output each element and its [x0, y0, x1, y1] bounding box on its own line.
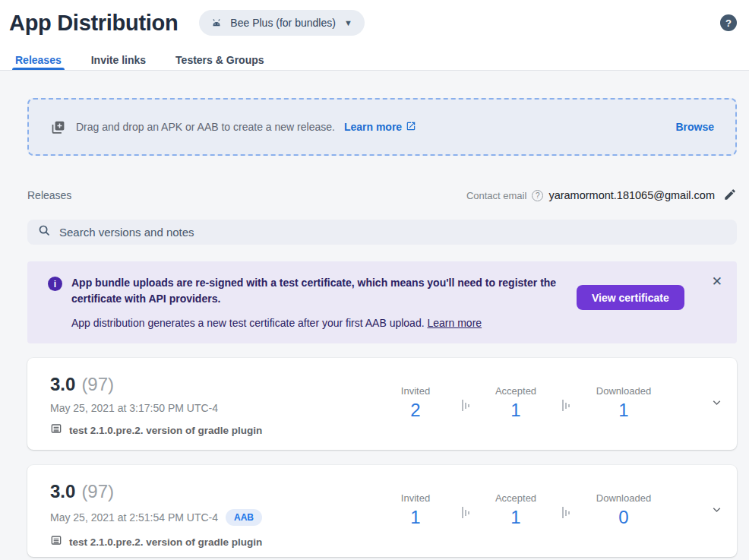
- contact-email-label: Contact email: [466, 190, 526, 201]
- release-date: May 25, 2021 at 2:51:54 PM UTC-4: [50, 511, 218, 524]
- help-outline-icon[interactable]: ?: [532, 190, 543, 201]
- search-input[interactable]: [59, 226, 726, 239]
- tab-bar: Releases Invite links Testers & Groups: [0, 46, 749, 71]
- release-date: May 25, 2021 at 3:17:50 PM UTC-4: [50, 402, 218, 414]
- stat-label: Invited: [381, 492, 450, 504]
- library-add-icon: [50, 119, 66, 135]
- tab-testers-groups[interactable]: Testers & Groups: [172, 46, 267, 70]
- stat-value: 1: [381, 507, 450, 528]
- contact-email-row: Contact email ? yaramormont.181065@gmail…: [466, 188, 737, 204]
- stat-label: Downloaded: [582, 385, 665, 397]
- stat-value: 2: [381, 400, 450, 421]
- dropzone-text: Drag and drop an APK or AAB to create a …: [76, 121, 335, 133]
- release-stats: Invited 1 Accepted 1 Downloaded 0: [381, 492, 665, 528]
- caret-down-icon: ▼: [344, 18, 352, 27]
- release-notes-text: test 2.1.0.pre.2. version of gradle plug…: [69, 536, 262, 548]
- release-version: 3.0: [50, 374, 75, 395]
- search-bar: [27, 220, 737, 245]
- stat-accepted: Accepted 1: [482, 492, 550, 528]
- page-header: App Distribution Bee Plus (for bundles) …: [0, 0, 749, 71]
- stat-label: Downloaded: [582, 492, 665, 504]
- info-icon: i: [48, 277, 62, 291]
- funnel-step-icon: [462, 400, 469, 411]
- release-build-number: (97): [81, 374, 114, 395]
- help-icon[interactable]: ?: [720, 14, 737, 31]
- stat-accepted: Accepted 1: [482, 385, 550, 421]
- banner-body-text: App distribution generates a new test ce…: [71, 317, 425, 329]
- tab-releases[interactable]: Releases: [12, 46, 65, 70]
- close-icon[interactable]: ✕: [709, 272, 725, 291]
- stat-invited: Invited 1: [381, 492, 450, 528]
- funnel-step-icon: [562, 507, 570, 518]
- search-icon: [38, 224, 51, 240]
- view-certificate-button[interactable]: View certificate: [577, 285, 684, 310]
- pencil-icon: [723, 188, 737, 204]
- expand-release-button[interactable]: [710, 503, 723, 518]
- release-notes-icon: [50, 422, 62, 438]
- stat-invited: Invited 2: [381, 385, 450, 421]
- stat-value: 1: [482, 400, 550, 421]
- app-selector-label: Bee Plus (for bundles): [230, 17, 336, 29]
- stat-label: Accepted: [482, 385, 550, 397]
- banner-bold-text: App bundle uploads are re-signed with a …: [71, 275, 564, 307]
- external-link-icon: [406, 121, 416, 134]
- chevron-down-icon: [710, 503, 723, 518]
- release-card: 3.0 (97) May 25, 2021 at 3:17:50 PM UTC-…: [27, 358, 737, 450]
- browse-button[interactable]: Browse: [675, 121, 714, 133]
- funnel-step-icon: [462, 507, 469, 518]
- page-title: App Distribution: [9, 11, 178, 36]
- aab-badge: AAB: [226, 509, 262, 526]
- app-selector-dropdown[interactable]: Bee Plus (for bundles) ▼: [199, 10, 364, 36]
- release-notes-icon: [50, 534, 62, 549]
- funnel-step-icon: [562, 400, 570, 411]
- release-version: 3.0: [50, 481, 75, 502]
- android-icon: [210, 16, 223, 30]
- stat-value: 0: [582, 507, 665, 528]
- stat-label: Accepted: [482, 492, 550, 504]
- contact-email-value: yaramormont.181065@gmail.com: [548, 189, 715, 201]
- release-build-number: (97): [81, 481, 114, 502]
- stat-downloaded: Downloaded 1: [582, 385, 665, 421]
- upload-dropzone[interactable]: Drag and drop an APK or AAB to create a …: [27, 98, 737, 156]
- releases-section-label: Releases: [27, 189, 71, 201]
- stat-value: 1: [582, 400, 665, 421]
- edit-email-button[interactable]: [720, 188, 737, 204]
- dropzone-learn-more-link[interactable]: Learn more: [344, 121, 416, 134]
- release-notes-text: test 2.1.0.pre.2. version of gradle plug…: [69, 425, 262, 436]
- stat-label: Invited: [381, 385, 450, 397]
- release-card: 3.0 (97) May 25, 2021 at 2:51:54 PM UTC-…: [27, 465, 737, 557]
- banner-learn-more-link[interactable]: Learn more: [427, 317, 482, 329]
- tab-invite-links[interactable]: Invite links: [88, 46, 149, 70]
- release-stats: Invited 2 Accepted 1 Downloaded 1: [381, 385, 665, 421]
- stat-value: 1: [482, 507, 550, 528]
- learn-more-label: Learn more: [344, 121, 402, 133]
- stat-downloaded: Downloaded 0: [582, 492, 665, 528]
- certificate-banner: i App bundle uploads are re-signed with …: [27, 261, 737, 343]
- expand-release-button[interactable]: [710, 396, 723, 411]
- chevron-down-icon: [710, 396, 723, 411]
